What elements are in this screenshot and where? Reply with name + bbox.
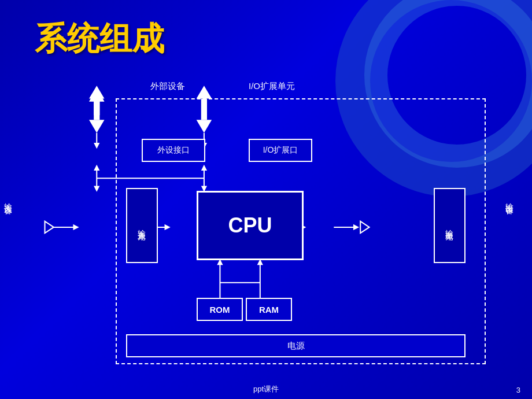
footer-label: ppt课件 bbox=[0, 384, 532, 394]
io-expand-label: I/O扩展单元 bbox=[249, 81, 295, 92]
output-device-label: 输出设备 bbox=[504, 197, 515, 201]
rom-box: ROM bbox=[197, 298, 243, 321]
svg-marker-0 bbox=[89, 87, 105, 115]
svg-marker-9 bbox=[94, 143, 99, 149]
cpu-box: CPU bbox=[197, 191, 304, 260]
power-box: 电源 bbox=[126, 334, 466, 357]
svg-marker-3 bbox=[89, 120, 105, 132]
svg-marker-24 bbox=[73, 224, 79, 230]
svg-rect-4 bbox=[94, 99, 99, 120]
external-device-label: 外部设备 bbox=[150, 81, 185, 92]
svg-marker-2 bbox=[89, 86, 105, 98]
output-unit-box: 输出单元 bbox=[434, 188, 466, 263]
page-number: 3 bbox=[516, 386, 520, 394]
io-expand-port-box: I/O扩展口 bbox=[249, 139, 312, 162]
svg-marker-25 bbox=[45, 221, 54, 233]
input-unit-box: 输入单元 bbox=[126, 188, 158, 263]
periph-interface-box: 外设接口 bbox=[142, 139, 205, 162]
input-device-label: 输入设备 bbox=[3, 197, 13, 201]
svg-marker-13 bbox=[94, 186, 99, 192]
svg-marker-14 bbox=[94, 165, 99, 171]
ram-box: RAM bbox=[246, 298, 292, 321]
svg-marker-5 bbox=[197, 86, 212, 98]
slide: 系统组成 外部设备 I/O扩展单元 输入设备 输出设备 bbox=[0, 0, 532, 399]
slide-title: 系统组成 bbox=[35, 17, 164, 61]
svg-marker-1 bbox=[89, 103, 105, 131]
diagram-area: 外部设备 I/O扩展单元 输入设备 输出设备 bbox=[35, 81, 497, 376]
